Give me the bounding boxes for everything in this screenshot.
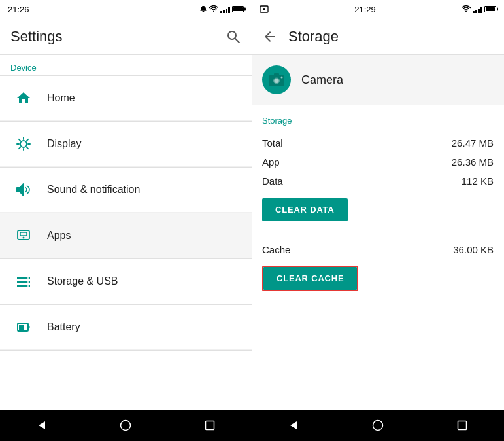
svg-point-37 xyxy=(373,421,382,431)
clear-cache-button[interactable]: CLEAR CACHE xyxy=(263,267,357,290)
recent-nav-left[interactable] xyxy=(197,412,223,438)
settings-item-display[interactable]: Display xyxy=(0,122,252,167)
sound-label: Sound & notification xyxy=(47,184,140,196)
svg-point-5 xyxy=(20,141,27,147)
svg-marker-26 xyxy=(39,421,45,429)
data-label: Data xyxy=(262,175,283,186)
svg-rect-25 xyxy=(19,325,24,330)
svg-point-21 xyxy=(27,281,29,283)
display-label: Display xyxy=(47,138,81,150)
right-panel: 21:29 Storage xyxy=(252,0,504,441)
status-icons-right xyxy=(462,5,496,13)
svg-rect-38 xyxy=(458,421,466,430)
settings-item-storage[interactable]: Storage & USB xyxy=(0,259,252,304)
svg-point-22 xyxy=(27,285,29,287)
cache-label: Cache xyxy=(262,244,290,255)
top-bar-right: Storage xyxy=(252,18,504,55)
camera-app-icon xyxy=(262,65,291,94)
app-header: Camera xyxy=(252,55,504,105)
settings-list: Device Home xyxy=(0,55,252,410)
screenshot-icon xyxy=(260,5,269,14)
svg-point-15 xyxy=(23,237,25,239)
svg-rect-1 xyxy=(201,10,207,11)
svg-rect-28 xyxy=(205,421,214,430)
settings-item-battery[interactable]: Battery xyxy=(0,305,252,350)
divider-battery xyxy=(0,350,252,351)
wifi-icon-right xyxy=(462,5,471,13)
svg-line-10 xyxy=(19,139,20,141)
battery-label: Battery xyxy=(47,321,80,333)
back-button[interactable] xyxy=(262,29,278,44)
status-bar-right: 21:29 xyxy=(252,0,504,18)
back-triangle-icon xyxy=(36,419,48,431)
battery-icon-left xyxy=(232,6,244,12)
camera-icon xyxy=(267,71,286,89)
home-nav-right[interactable] xyxy=(365,412,391,438)
svg-rect-34 xyxy=(274,73,279,76)
storage-label: Storage & USB xyxy=(47,275,118,287)
nav-bar-right xyxy=(252,410,504,441)
svg-point-27 xyxy=(121,421,131,431)
storage-icon xyxy=(10,268,37,294)
sound-icon xyxy=(10,177,37,203)
storage-title: Storage xyxy=(288,28,339,45)
svg-line-4 xyxy=(235,38,240,43)
total-label: Total xyxy=(262,137,283,149)
total-row: Total 26.47 MB xyxy=(262,133,494,152)
cache-value: 36.00 KB xyxy=(453,244,494,255)
back-nav-left[interactable] xyxy=(29,412,55,438)
svg-rect-2 xyxy=(203,11,205,12)
recent-nav-right[interactable] xyxy=(449,412,475,438)
search-button[interactable] xyxy=(226,29,241,44)
home-circle-icon xyxy=(120,419,131,431)
cache-row: Cache 36.00 KB xyxy=(262,240,494,259)
settings-title: Settings xyxy=(10,28,63,45)
svg-marker-36 xyxy=(290,421,297,429)
svg-rect-16 xyxy=(20,232,27,236)
settings-item-apps[interactable]: Apps xyxy=(0,213,252,258)
home-icon xyxy=(10,85,37,111)
svg-point-35 xyxy=(281,77,283,79)
app-value: 26.36 MB xyxy=(452,156,494,168)
wifi-icon-left xyxy=(209,5,218,13)
signal-bars-left xyxy=(220,5,230,13)
cache-section: Cache 36.00 KB CLEAR CACHE xyxy=(262,232,494,291)
data-row: Data 112 KB xyxy=(262,171,494,190)
camera-app-name: Camera xyxy=(301,73,343,87)
left-panel: 21:26 xyxy=(0,0,252,441)
apps-label: Apps xyxy=(47,230,71,241)
battery-settings-icon xyxy=(10,314,37,340)
home-label: Home xyxy=(47,92,75,104)
status-icons-left xyxy=(199,5,244,13)
svg-line-12 xyxy=(27,139,28,141)
top-bar-left: Settings xyxy=(0,18,252,55)
search-icon xyxy=(226,29,241,44)
display-icon xyxy=(10,131,37,157)
svg-point-20 xyxy=(27,277,29,279)
storage-section: Storage Total 26.47 MB App 26.36 MB Data… xyxy=(252,105,504,410)
svg-rect-24 xyxy=(28,326,30,328)
nav-bar-left xyxy=(0,410,252,441)
back-triangle-icon-right xyxy=(288,419,299,431)
home-nav-left[interactable] xyxy=(112,412,139,438)
notification-icon xyxy=(199,5,207,13)
svg-point-33 xyxy=(275,79,279,83)
clear-data-button[interactable]: CLEAR DATA xyxy=(262,198,348,221)
app-label: App xyxy=(262,156,280,168)
battery-icon-right xyxy=(484,6,496,12)
back-nav-right[interactable] xyxy=(280,412,307,438)
status-bar-left: 21:26 xyxy=(0,0,252,18)
apps-icon xyxy=(10,222,37,249)
svg-point-30 xyxy=(263,8,265,10)
settings-item-sound[interactable]: Sound & notification xyxy=(0,168,252,213)
status-time-right: 21:29 xyxy=(354,5,376,14)
svg-rect-0 xyxy=(202,6,205,7)
app-row: App 26.36 MB xyxy=(262,152,494,171)
recent-square-icon-right xyxy=(457,420,467,431)
clear-cache-wrapper: CLEAR CACHE xyxy=(262,266,358,291)
storage-section-label: Storage xyxy=(262,116,494,126)
back-arrow-icon xyxy=(262,29,278,44)
device-section-header: Device xyxy=(0,55,252,75)
total-value: 26.47 MB xyxy=(452,137,494,149)
settings-item-home[interactable]: Home xyxy=(0,76,252,121)
